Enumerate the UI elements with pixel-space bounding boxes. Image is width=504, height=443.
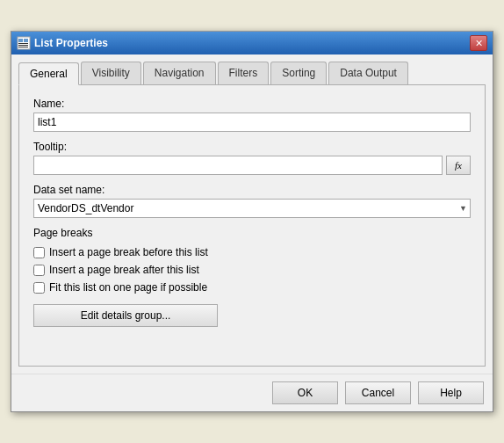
svg-rect-3 xyxy=(18,43,28,44)
dialog-footer: OK Cancel Help xyxy=(11,374,493,411)
close-button[interactable]: ✕ xyxy=(470,35,487,51)
tab-content-general: Name: Tooltip: fx Data set name: VendorD… xyxy=(18,85,486,367)
title-buttons: ✕ xyxy=(470,35,487,51)
tooltip-group: Tooltip: fx xyxy=(33,141,471,175)
title-bar-left: List Properties xyxy=(17,36,108,50)
tab-navigation[interactable]: Navigation xyxy=(143,62,216,84)
svg-rect-1 xyxy=(18,39,23,42)
dataset-select[interactable]: VendorDS_dtVendor xyxy=(33,199,471,218)
ok-button[interactable]: OK xyxy=(272,381,338,404)
svg-rect-4 xyxy=(18,45,28,46)
dataset-group: Data set name: VendorDS_dtVendor xyxy=(33,184,471,218)
checkbox-after[interactable] xyxy=(33,265,45,276)
checkbox-after-label: Insert a page break after this list xyxy=(49,264,199,276)
svg-rect-2 xyxy=(24,39,28,42)
name-input[interactable] xyxy=(33,113,471,132)
list-icon xyxy=(17,36,31,50)
checkbox-fit-label: Fit this list on one page if possible xyxy=(49,281,207,294)
checkbox-group-2: Insert a page break after this list xyxy=(33,264,471,276)
tab-general[interactable]: General xyxy=(18,62,79,85)
page-breaks-label: Page breaks xyxy=(33,227,471,239)
list-properties-dialog: List Properties ✕ General Visibility Nav… xyxy=(11,31,493,412)
tab-visibility[interactable]: Visibility xyxy=(81,62,141,84)
fx-button[interactable]: fx xyxy=(446,156,471,175)
checkbox-before-label: Insert a page break before this list xyxy=(49,246,208,258)
tabs-container: General Visibility Navigation Filters So… xyxy=(18,62,486,85)
tooltip-row: fx xyxy=(33,156,471,175)
checkbox-group-3: Fit this list on one page if possible xyxy=(33,281,471,294)
name-label: Name: xyxy=(33,98,471,110)
checkbox-fit[interactable] xyxy=(33,282,45,294)
help-button[interactable]: Help xyxy=(418,381,484,404)
name-group: Name: xyxy=(33,98,471,132)
dataset-label: Data set name: xyxy=(33,184,471,196)
edit-details-button[interactable]: Edit details group... xyxy=(33,304,218,327)
title-bar: List Properties ✕ xyxy=(11,32,493,54)
tooltip-input[interactable] xyxy=(33,156,443,175)
checkbox-group-1: Insert a page break before this list xyxy=(33,246,471,258)
window-body: General Visibility Navigation Filters So… xyxy=(11,54,493,374)
dataset-select-wrapper: VendorDS_dtVendor xyxy=(33,199,471,218)
tab-sorting[interactable]: Sorting xyxy=(270,62,327,84)
tooltip-label: Tooltip: xyxy=(33,141,471,153)
checkbox-before[interactable] xyxy=(33,247,45,258)
svg-rect-5 xyxy=(18,47,28,47)
cancel-button[interactable]: Cancel xyxy=(345,381,411,404)
tab-filters[interactable]: Filters xyxy=(218,62,270,84)
title-text: List Properties xyxy=(34,37,108,49)
tab-data-output[interactable]: Data Output xyxy=(328,62,408,84)
page-breaks-group: Page breaks Insert a page break before t… xyxy=(33,227,471,294)
